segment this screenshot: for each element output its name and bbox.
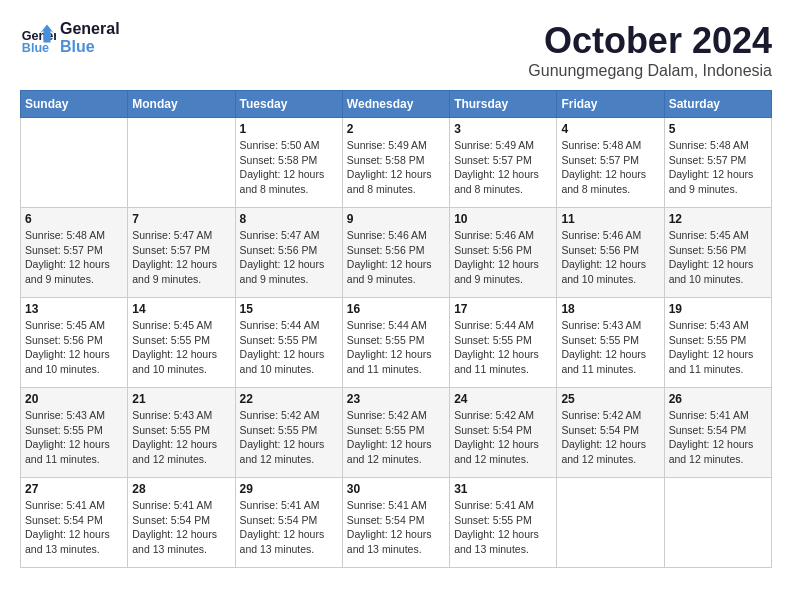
weekday-header-thursday: Thursday [450, 91, 557, 118]
calendar-cell: 14Sunrise: 5:45 AM Sunset: 5:55 PM Dayli… [128, 298, 235, 388]
day-info: Sunrise: 5:43 AM Sunset: 5:55 PM Dayligh… [561, 318, 659, 377]
day-info: Sunrise: 5:41 AM Sunset: 5:54 PM Dayligh… [240, 498, 338, 557]
logo-blue: Blue [60, 38, 120, 56]
day-info: Sunrise: 5:43 AM Sunset: 5:55 PM Dayligh… [669, 318, 767, 377]
day-info: Sunrise: 5:47 AM Sunset: 5:57 PM Dayligh… [132, 228, 230, 287]
day-number: 29 [240, 482, 338, 496]
calendar-cell: 19Sunrise: 5:43 AM Sunset: 5:55 PM Dayli… [664, 298, 771, 388]
calendar-cell: 5Sunrise: 5:48 AM Sunset: 5:57 PM Daylig… [664, 118, 771, 208]
day-info: Sunrise: 5:41 AM Sunset: 5:54 PM Dayligh… [347, 498, 445, 557]
day-number: 4 [561, 122, 659, 136]
calendar-cell: 17Sunrise: 5:44 AM Sunset: 5:55 PM Dayli… [450, 298, 557, 388]
day-info: Sunrise: 5:45 AM Sunset: 5:55 PM Dayligh… [132, 318, 230, 377]
calendar-cell: 25Sunrise: 5:42 AM Sunset: 5:54 PM Dayli… [557, 388, 664, 478]
calendar-cell: 23Sunrise: 5:42 AM Sunset: 5:55 PM Dayli… [342, 388, 449, 478]
day-info: Sunrise: 5:46 AM Sunset: 5:56 PM Dayligh… [561, 228, 659, 287]
calendar-cell [128, 118, 235, 208]
day-number: 31 [454, 482, 552, 496]
calendar-week-3: 13Sunrise: 5:45 AM Sunset: 5:56 PM Dayli… [21, 298, 772, 388]
day-number: 23 [347, 392, 445, 406]
calendar-cell: 1Sunrise: 5:50 AM Sunset: 5:58 PM Daylig… [235, 118, 342, 208]
day-number: 10 [454, 212, 552, 226]
calendar-week-5: 27Sunrise: 5:41 AM Sunset: 5:54 PM Dayli… [21, 478, 772, 568]
day-number: 9 [347, 212, 445, 226]
day-number: 11 [561, 212, 659, 226]
day-number: 8 [240, 212, 338, 226]
calendar-table: SundayMondayTuesdayWednesdayThursdayFrid… [20, 90, 772, 568]
calendar-cell: 18Sunrise: 5:43 AM Sunset: 5:55 PM Dayli… [557, 298, 664, 388]
calendar-cell: 13Sunrise: 5:45 AM Sunset: 5:56 PM Dayli… [21, 298, 128, 388]
day-info: Sunrise: 5:44 AM Sunset: 5:55 PM Dayligh… [454, 318, 552, 377]
calendar-cell: 8Sunrise: 5:47 AM Sunset: 5:56 PM Daylig… [235, 208, 342, 298]
calendar-cell: 15Sunrise: 5:44 AM Sunset: 5:55 PM Dayli… [235, 298, 342, 388]
calendar-week-1: 1Sunrise: 5:50 AM Sunset: 5:58 PM Daylig… [21, 118, 772, 208]
calendar-cell: 31Sunrise: 5:41 AM Sunset: 5:55 PM Dayli… [450, 478, 557, 568]
calendar-cell: 16Sunrise: 5:44 AM Sunset: 5:55 PM Dayli… [342, 298, 449, 388]
day-number: 19 [669, 302, 767, 316]
calendar-cell [557, 478, 664, 568]
calendar-header: SundayMondayTuesdayWednesdayThursdayFrid… [21, 91, 772, 118]
logo: General Blue General Blue [20, 20, 120, 56]
calendar-cell: 21Sunrise: 5:43 AM Sunset: 5:55 PM Dayli… [128, 388, 235, 478]
day-number: 7 [132, 212, 230, 226]
day-info: Sunrise: 5:46 AM Sunset: 5:56 PM Dayligh… [347, 228, 445, 287]
day-number: 15 [240, 302, 338, 316]
day-info: Sunrise: 5:42 AM Sunset: 5:54 PM Dayligh… [561, 408, 659, 467]
calendar-cell: 3Sunrise: 5:49 AM Sunset: 5:57 PM Daylig… [450, 118, 557, 208]
logo-icon: General Blue [20, 20, 56, 56]
day-info: Sunrise: 5:48 AM Sunset: 5:57 PM Dayligh… [669, 138, 767, 197]
calendar-cell: 26Sunrise: 5:41 AM Sunset: 5:54 PM Dayli… [664, 388, 771, 478]
day-number: 30 [347, 482, 445, 496]
day-info: Sunrise: 5:43 AM Sunset: 5:55 PM Dayligh… [25, 408, 123, 467]
day-info: Sunrise: 5:47 AM Sunset: 5:56 PM Dayligh… [240, 228, 338, 287]
weekday-header-monday: Monday [128, 91, 235, 118]
day-info: Sunrise: 5:44 AM Sunset: 5:55 PM Dayligh… [240, 318, 338, 377]
day-number: 1 [240, 122, 338, 136]
day-number: 13 [25, 302, 123, 316]
location-title: Gunungmegang Dalam, Indonesia [528, 62, 772, 80]
day-info: Sunrise: 5:44 AM Sunset: 5:55 PM Dayligh… [347, 318, 445, 377]
calendar-cell: 9Sunrise: 5:46 AM Sunset: 5:56 PM Daylig… [342, 208, 449, 298]
calendar-cell: 4Sunrise: 5:48 AM Sunset: 5:57 PM Daylig… [557, 118, 664, 208]
calendar-cell: 24Sunrise: 5:42 AM Sunset: 5:54 PM Dayli… [450, 388, 557, 478]
day-info: Sunrise: 5:42 AM Sunset: 5:54 PM Dayligh… [454, 408, 552, 467]
day-number: 25 [561, 392, 659, 406]
day-info: Sunrise: 5:43 AM Sunset: 5:55 PM Dayligh… [132, 408, 230, 467]
day-number: 2 [347, 122, 445, 136]
day-info: Sunrise: 5:48 AM Sunset: 5:57 PM Dayligh… [25, 228, 123, 287]
day-info: Sunrise: 5:49 AM Sunset: 5:57 PM Dayligh… [454, 138, 552, 197]
calendar-cell [664, 478, 771, 568]
day-number: 22 [240, 392, 338, 406]
calendar-cell: 27Sunrise: 5:41 AM Sunset: 5:54 PM Dayli… [21, 478, 128, 568]
calendar-cell: 22Sunrise: 5:42 AM Sunset: 5:55 PM Dayli… [235, 388, 342, 478]
calendar-cell: 12Sunrise: 5:45 AM Sunset: 5:56 PM Dayli… [664, 208, 771, 298]
day-info: Sunrise: 5:41 AM Sunset: 5:55 PM Dayligh… [454, 498, 552, 557]
day-number: 14 [132, 302, 230, 316]
day-number: 20 [25, 392, 123, 406]
calendar-cell [21, 118, 128, 208]
day-info: Sunrise: 5:49 AM Sunset: 5:58 PM Dayligh… [347, 138, 445, 197]
weekday-header-tuesday: Tuesday [235, 91, 342, 118]
day-info: Sunrise: 5:46 AM Sunset: 5:56 PM Dayligh… [454, 228, 552, 287]
day-number: 16 [347, 302, 445, 316]
logo-general: General [60, 20, 120, 38]
title-area: October 2024 Gunungmegang Dalam, Indones… [528, 20, 772, 80]
svg-text:Blue: Blue [22, 41, 49, 55]
day-number: 6 [25, 212, 123, 226]
day-info: Sunrise: 5:48 AM Sunset: 5:57 PM Dayligh… [561, 138, 659, 197]
calendar-cell: 2Sunrise: 5:49 AM Sunset: 5:58 PM Daylig… [342, 118, 449, 208]
day-info: Sunrise: 5:41 AM Sunset: 5:54 PM Dayligh… [25, 498, 123, 557]
weekday-header-saturday: Saturday [664, 91, 771, 118]
day-number: 21 [132, 392, 230, 406]
calendar-cell: 6Sunrise: 5:48 AM Sunset: 5:57 PM Daylig… [21, 208, 128, 298]
day-number: 17 [454, 302, 552, 316]
day-info: Sunrise: 5:50 AM Sunset: 5:58 PM Dayligh… [240, 138, 338, 197]
month-title: October 2024 [528, 20, 772, 62]
calendar-cell: 11Sunrise: 5:46 AM Sunset: 5:56 PM Dayli… [557, 208, 664, 298]
day-info: Sunrise: 5:41 AM Sunset: 5:54 PM Dayligh… [669, 408, 767, 467]
day-info: Sunrise: 5:41 AM Sunset: 5:54 PM Dayligh… [132, 498, 230, 557]
page-header: General Blue General Blue October 2024 G… [20, 20, 772, 80]
day-number: 12 [669, 212, 767, 226]
day-number: 24 [454, 392, 552, 406]
calendar-week-2: 6Sunrise: 5:48 AM Sunset: 5:57 PM Daylig… [21, 208, 772, 298]
